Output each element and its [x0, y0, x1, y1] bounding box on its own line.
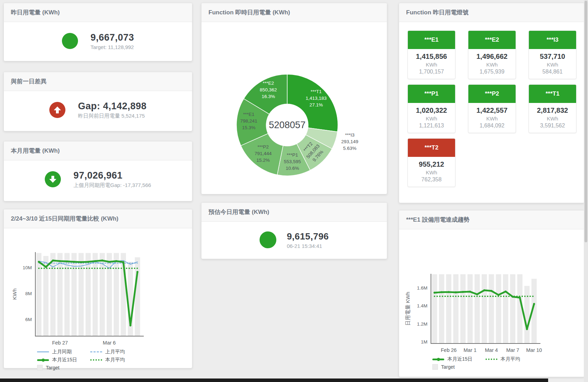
arrow-up-glyph — [53, 105, 62, 114]
data-point[interactable] — [94, 260, 96, 262]
data-point[interactable] — [526, 328, 528, 330]
tile-target: 1,121,613 — [408, 123, 455, 129]
data-point[interactable] — [122, 261, 125, 263]
target-bar[interactable] — [475, 274, 480, 343]
legend-label: 上月平均 — [105, 349, 125, 355]
data-point[interactable] — [87, 261, 89, 263]
tile-i3[interactable]: ***I3537,710KWh584,861 — [529, 30, 576, 79]
y-tick-label: 8M — [25, 291, 32, 296]
donut-chart[interactable]: ***T11,413,18327.1%***I3293,1495.63%***T… — [201, 22, 386, 193]
target-bar[interactable] — [107, 253, 112, 336]
data-point[interactable] — [490, 290, 493, 292]
legend-item-thick[interactable]: 本月近15日 — [432, 356, 482, 362]
data-point[interactable] — [115, 260, 118, 262]
target-bar[interactable] — [482, 274, 487, 343]
x-tick-label: Feb 27 — [52, 340, 68, 346]
svg-text:553,595: 553,595 — [284, 159, 301, 164]
tile-t1[interactable]: ***T12,817,832KWh3,591,562 — [529, 84, 576, 133]
card-yesterday-title: 昨日用電量 (KWh) — [4, 3, 192, 22]
svg-text:10.6%: 10.6% — [286, 166, 299, 171]
tile-e2[interactable]: ***E21,496,662KWh1,675,939 — [468, 30, 516, 79]
target-bar[interactable] — [489, 274, 494, 343]
data-point[interactable] — [448, 291, 450, 293]
tile-target: 762,358 — [408, 176, 455, 183]
tile-target: 1,675,939 — [468, 69, 516, 75]
tile-value: 1,020,322 — [408, 106, 455, 114]
data-point[interactable] — [433, 292, 435, 294]
target-bar[interactable] — [503, 274, 508, 343]
legend-item-dots[interactable]: 本月平均 — [90, 357, 140, 363]
target-bar[interactable] — [467, 274, 473, 343]
data-point[interactable] — [80, 261, 82, 263]
target-bar[interactable] — [86, 253, 91, 336]
data-point[interactable] — [462, 291, 464, 293]
y-tick-label: 1M — [421, 339, 427, 345]
data-point[interactable] — [66, 261, 68, 263]
tile-value: 537,710 — [529, 53, 576, 61]
tile-label: ***I3 — [529, 31, 576, 49]
day-gap-value: Gap: 4,142,898 — [78, 101, 147, 112]
svg-text:***E2: ***E2 — [263, 81, 274, 86]
target-bar[interactable] — [114, 253, 119, 336]
card-realtime-donut: Function 即時日用電量 (KWh) ***T11,413,18327.1… — [201, 3, 387, 194]
legend-label: 本月平均 — [501, 356, 520, 362]
data-point[interactable] — [533, 303, 535, 305]
scrollbar[interactable] — [584, 0, 588, 382]
data-point[interactable] — [59, 260, 61, 262]
legend-item-square[interactable]: Target — [432, 364, 482, 370]
target-bar[interactable] — [71, 253, 77, 336]
data-point[interactable] — [101, 259, 103, 262]
target-bar[interactable] — [93, 253, 98, 336]
data-point[interactable] — [38, 261, 40, 263]
tile-unit: KWh — [408, 116, 455, 121]
data-point[interactable] — [483, 289, 486, 291]
legend-item-thick[interactable]: 本月近15日 — [37, 357, 87, 363]
legend-item-line[interactable]: 上月同期 — [37, 349, 87, 355]
data-point[interactable] — [469, 291, 471, 293]
tile-p2[interactable]: ***P21,422,557KWh1,684,092 — [468, 84, 516, 133]
x-tick-label: Mar 4 — [485, 347, 498, 353]
y-axis-title: KWh — [12, 289, 17, 300]
data-point[interactable] — [129, 325, 132, 327]
data-point[interactable] — [73, 261, 75, 263]
tile-p1[interactable]: ***P11,020,322KWh1,121,613 — [408, 84, 455, 133]
target-bar[interactable] — [135, 257, 140, 336]
target-bar[interactable] — [432, 274, 437, 343]
target-bar[interactable] — [453, 274, 459, 343]
x-tick-label: Feb 26 — [441, 347, 456, 353]
data-point[interactable] — [455, 291, 457, 293]
target-bar[interactable] — [524, 286, 530, 343]
target-bar[interactable] — [36, 253, 42, 336]
arrow-down-glyph — [48, 175, 57, 184]
target-bar[interactable] — [100, 253, 105, 336]
legend-swatch-icon — [432, 364, 438, 370]
compare-chart[interactable]: 6M8M10MFeb 27Mar 6KWh — [4, 231, 191, 348]
data-point[interactable] — [519, 297, 521, 299]
data-point[interactable] — [136, 271, 139, 273]
data-point[interactable] — [441, 291, 443, 293]
legend-label: Target — [441, 364, 455, 370]
tile-t2[interactable]: ***T2955,212KWh762,358 — [408, 138, 455, 187]
legend-item-dash[interactable]: 上月平均 — [90, 349, 140, 355]
tile-e1[interactable]: ***E11,415,856KWh1,700,157 — [408, 30, 455, 79]
trend-chart[interactable]: 1M1.2M1.4M1.6MFeb 26Mar 1Mar 4Mar 7Mar 1… — [399, 232, 583, 355]
target-bar[interactable] — [510, 274, 515, 343]
data-point[interactable] — [476, 293, 478, 296]
data-point[interactable] — [52, 259, 54, 262]
legend-item-square[interactable]: Target — [37, 365, 87, 370]
legend-item-dots[interactable]: 本月平均 — [486, 356, 535, 362]
tile-unit: KWh — [408, 169, 455, 175]
svg-text:791,444: 791,444 — [255, 151, 272, 156]
scrollbar-thumb[interactable] — [585, 1, 587, 242]
data-point[interactable] — [108, 261, 111, 263]
tile-label: ***E2 — [468, 31, 516, 49]
tile-unit: KWh — [468, 116, 516, 121]
tile-target: 1,700,157 — [408, 69, 455, 75]
donut-chart-title: Function 即時日用電量 (KWh) — [201, 3, 387, 22]
target-bar[interactable] — [460, 274, 466, 343]
data-point[interactable] — [505, 291, 507, 293]
target-bar[interactable] — [439, 274, 444, 343]
target-bar[interactable] — [496, 274, 501, 343]
target-bar[interactable] — [57, 253, 63, 336]
target-bar[interactable] — [446, 274, 451, 343]
